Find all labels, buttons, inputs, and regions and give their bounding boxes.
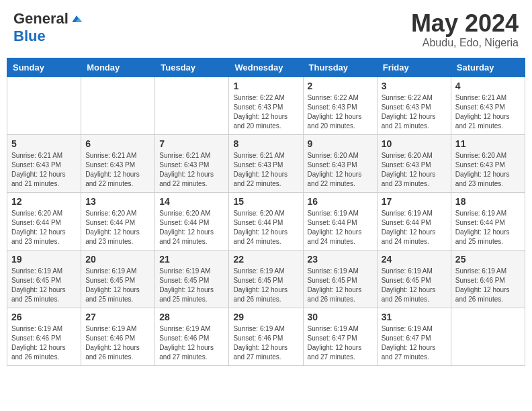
calendar-empty-cell <box>7 77 81 134</box>
day-info: Sunrise: 6:21 AMSunset: 6:43 PMDaylight:… <box>159 151 224 189</box>
day-number: 31 <box>382 312 447 322</box>
calendar-day-cell: 22Sunrise: 6:19 AMSunset: 6:45 PMDayligh… <box>229 250 303 308</box>
calendar-day-cell: 17Sunrise: 6:19 AMSunset: 6:44 PMDayligh… <box>377 192 451 250</box>
calendar-day-cell: 11Sunrise: 6:20 AMSunset: 6:43 PMDayligh… <box>451 134 525 192</box>
day-info: Sunrise: 6:21 AMSunset: 6:43 PMDaylight:… <box>455 93 521 131</box>
day-number: 21 <box>159 254 224 265</box>
logo-blue-text: Blue <box>13 28 46 45</box>
day-info: Sunrise: 6:19 AMSunset: 6:46 PMDaylight:… <box>233 324 298 362</box>
calendar-day-cell: 23Sunrise: 6:19 AMSunset: 6:45 PMDayligh… <box>303 250 377 308</box>
day-number: 24 <box>382 254 447 265</box>
calendar-day-cell: 24Sunrise: 6:19 AMSunset: 6:45 PMDayligh… <box>377 250 451 308</box>
day-info: Sunrise: 6:20 AMSunset: 6:44 PMDaylight:… <box>85 209 150 246</box>
day-info: Sunrise: 6:21 AMSunset: 6:43 PMDaylight:… <box>11 151 77 189</box>
day-number: 3 <box>382 81 447 91</box>
day-number: 13 <box>85 196 150 207</box>
day-info: Sunrise: 6:22 AMSunset: 6:43 PMDaylight:… <box>308 93 373 131</box>
calendar-day-cell: 10Sunrise: 6:20 AMSunset: 6:43 PMDayligh… <box>377 134 451 192</box>
day-info: Sunrise: 6:19 AMSunset: 6:47 PMDaylight:… <box>308 324 373 362</box>
weekday-header-tuesday: Tuesday <box>155 58 229 77</box>
day-info: Sunrise: 6:20 AMSunset: 6:44 PMDaylight:… <box>11 209 77 246</box>
calendar-day-cell: 18Sunrise: 6:19 AMSunset: 6:44 PMDayligh… <box>451 192 525 250</box>
calendar-table: SundayMondayTuesdayWednesdayThursdayFrid… <box>7 58 525 366</box>
calendar-day-cell: 9Sunrise: 6:20 AMSunset: 6:43 PMDaylight… <box>303 134 377 192</box>
calendar-day-cell: 31Sunrise: 6:19 AMSunset: 6:47 PMDayligh… <box>377 308 451 365</box>
day-number: 29 <box>233 312 298 322</box>
day-number: 4 <box>455 81 521 91</box>
weekday-header-row: SundayMondayTuesdayWednesdayThursdayFrid… <box>7 58 525 77</box>
day-number: 20 <box>85 254 150 265</box>
day-info: Sunrise: 6:19 AMSunset: 6:47 PMDaylight:… <box>382 324 447 362</box>
calendar-day-cell: 4Sunrise: 6:21 AMSunset: 6:43 PMDaylight… <box>451 77 525 134</box>
calendar-day-cell: 28Sunrise: 6:19 AMSunset: 6:46 PMDayligh… <box>155 308 229 365</box>
day-number: 26 <box>11 312 77 322</box>
day-info: Sunrise: 6:21 AMSunset: 6:43 PMDaylight:… <box>233 151 298 189</box>
calendar-day-cell: 26Sunrise: 6:19 AMSunset: 6:46 PMDayligh… <box>7 308 81 365</box>
day-number: 16 <box>308 196 373 207</box>
calendar-day-cell: 14Sunrise: 6:20 AMSunset: 6:44 PMDayligh… <box>155 192 229 250</box>
day-number: 6 <box>85 138 150 149</box>
calendar-day-cell: 25Sunrise: 6:19 AMSunset: 6:46 PMDayligh… <box>451 250 525 308</box>
weekday-header-thursday: Thursday <box>303 58 377 77</box>
calendar-day-cell: 20Sunrise: 6:19 AMSunset: 6:45 PMDayligh… <box>81 250 155 308</box>
calendar-day-cell: 21Sunrise: 6:19 AMSunset: 6:45 PMDayligh… <box>155 250 229 308</box>
location-text: Abudu, Edo, Nigeria <box>411 37 519 49</box>
weekday-header-monday: Monday <box>81 58 155 77</box>
month-title: May 2024 <box>411 10 519 37</box>
calendar-day-cell: 29Sunrise: 6:19 AMSunset: 6:46 PMDayligh… <box>229 308 303 365</box>
day-number: 18 <box>455 196 521 207</box>
day-number: 17 <box>382 196 447 207</box>
day-info: Sunrise: 6:19 AMSunset: 6:46 PMDaylight:… <box>85 324 150 362</box>
logo: General Blue <box>13 10 83 45</box>
day-info: Sunrise: 6:19 AMSunset: 6:44 PMDaylight:… <box>382 209 447 246</box>
day-number: 8 <box>233 138 298 149</box>
title-area: May 2024 Abudu, Edo, Nigeria <box>411 10 519 49</box>
day-info: Sunrise: 6:20 AMSunset: 6:43 PMDaylight:… <box>308 151 373 189</box>
calendar-day-cell: 7Sunrise: 6:21 AMSunset: 6:43 PMDaylight… <box>155 134 229 192</box>
calendar-day-cell: 1Sunrise: 6:22 AMSunset: 6:43 PMDaylight… <box>229 77 303 134</box>
day-number: 19 <box>11 254 77 265</box>
day-number: 5 <box>11 138 77 149</box>
day-info: Sunrise: 6:19 AMSunset: 6:46 PMDaylight:… <box>11 324 77 362</box>
day-info: Sunrise: 6:20 AMSunset: 6:44 PMDaylight:… <box>233 209 298 246</box>
page-header: General Blue May 2024 Abudu, Edo, Nigeri… <box>7 7 525 52</box>
day-number: 14 <box>159 196 224 207</box>
day-number: 22 <box>233 254 298 265</box>
day-number: 11 <box>455 138 521 149</box>
logo-icon <box>70 12 83 26</box>
day-number: 10 <box>382 138 447 149</box>
calendar-day-cell: 6Sunrise: 6:21 AMSunset: 6:43 PMDaylight… <box>81 134 155 192</box>
day-number: 9 <box>308 138 373 149</box>
calendar-week-row: 1Sunrise: 6:22 AMSunset: 6:43 PMDaylight… <box>7 77 525 134</box>
day-number: 12 <box>11 196 77 207</box>
day-number: 2 <box>308 81 373 91</box>
calendar-day-cell: 13Sunrise: 6:20 AMSunset: 6:44 PMDayligh… <box>81 192 155 250</box>
calendar-day-cell: 2Sunrise: 6:22 AMSunset: 6:43 PMDaylight… <box>303 77 377 134</box>
day-info: Sunrise: 6:20 AMSunset: 6:44 PMDaylight:… <box>159 209 224 246</box>
calendar-day-cell: 30Sunrise: 6:19 AMSunset: 6:47 PMDayligh… <box>303 308 377 365</box>
day-info: Sunrise: 6:19 AMSunset: 6:45 PMDaylight:… <box>85 267 150 304</box>
day-number: 28 <box>159 312 224 322</box>
calendar-empty-cell <box>155 77 229 134</box>
logo-general-text: General <box>13 10 69 28</box>
day-info: Sunrise: 6:19 AMSunset: 6:45 PMDaylight:… <box>11 267 77 304</box>
day-number: 15 <box>233 196 298 207</box>
day-info: Sunrise: 6:22 AMSunset: 6:43 PMDaylight:… <box>233 93 298 131</box>
day-number: 25 <box>455 254 521 265</box>
weekday-header-sunday: Sunday <box>7 58 81 77</box>
day-info: Sunrise: 6:19 AMSunset: 6:46 PMDaylight:… <box>159 324 224 362</box>
calendar-empty-cell <box>451 308 525 365</box>
weekday-header-friday: Friday <box>377 58 451 77</box>
calendar-day-cell: 3Sunrise: 6:22 AMSunset: 6:43 PMDaylight… <box>377 77 451 134</box>
day-info: Sunrise: 6:19 AMSunset: 6:46 PMDaylight:… <box>455 267 521 304</box>
day-number: 23 <box>308 254 373 265</box>
calendar-day-cell: 15Sunrise: 6:20 AMSunset: 6:44 PMDayligh… <box>229 192 303 250</box>
day-info: Sunrise: 6:19 AMSunset: 6:44 PMDaylight:… <box>455 209 521 246</box>
day-info: Sunrise: 6:21 AMSunset: 6:43 PMDaylight:… <box>85 151 150 189</box>
day-number: 30 <box>308 312 373 322</box>
calendar-day-cell: 12Sunrise: 6:20 AMSunset: 6:44 PMDayligh… <box>7 192 81 250</box>
calendar-empty-cell <box>81 77 155 134</box>
weekday-header-wednesday: Wednesday <box>229 58 303 77</box>
day-info: Sunrise: 6:22 AMSunset: 6:43 PMDaylight:… <box>382 93 447 131</box>
calendar-week-row: 19Sunrise: 6:19 AMSunset: 6:45 PMDayligh… <box>7 250 525 308</box>
